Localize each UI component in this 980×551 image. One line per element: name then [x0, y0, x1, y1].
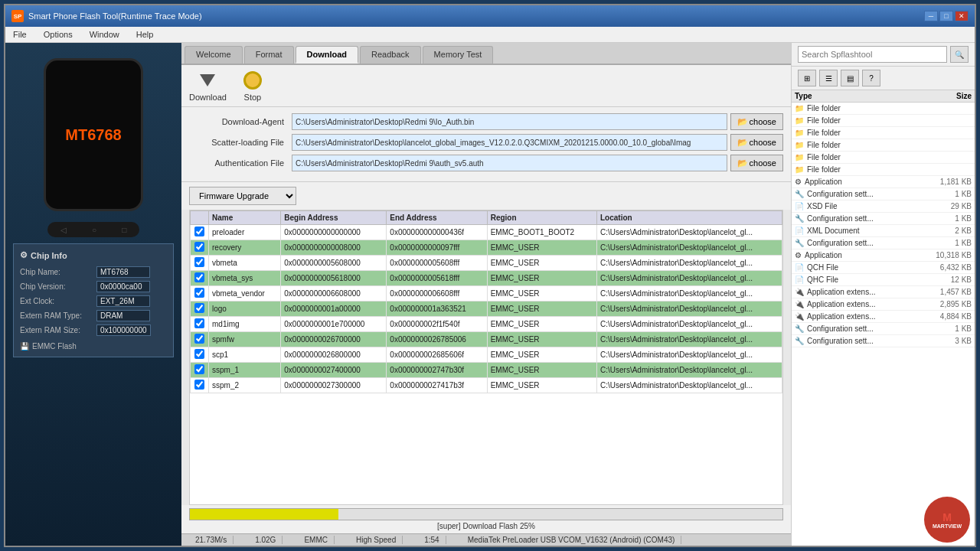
- list-item[interactable]: ⚙ Application 1,181 KB: [792, 176, 975, 188]
- list-item[interactable]: 🔧 Configuration sett... 1 KB: [792, 213, 975, 225]
- search-button[interactable]: 🔍: [950, 46, 969, 63]
- row-checkbox[interactable]: [191, 332, 209, 347]
- list-item[interactable]: 📁 File folder: [792, 115, 975, 127]
- phone-sidebar: MT6768 ◁ ○ □ ⚙ Chip Info Chip Name: MT67…: [5, 43, 181, 546]
- minimize-button[interactable]: ─: [924, 11, 938, 21]
- home-icon: ○: [92, 226, 96, 234]
- file-size: 1 KB: [918, 324, 972, 333]
- file-list-header: Type Size: [792, 90, 975, 103]
- list-item[interactable]: 📁 File folder: [792, 164, 975, 176]
- chip-name-label: Chip Name:: [20, 268, 96, 276]
- row-checkbox[interactable]: [191, 256, 209, 271]
- list-item[interactable]: 🔧 Configuration sett... 1 KB: [792, 237, 975, 249]
- file-type: QCH File: [807, 263, 918, 272]
- list-item[interactable]: 🔌 Application extens... 2,895 KB: [792, 298, 975, 311]
- download-icon: [197, 70, 218, 91]
- list-item[interactable]: 🔌 Application extens... 1,457 KB: [792, 286, 975, 298]
- choose-scatter-button[interactable]: 📂 choose: [730, 134, 783, 151]
- row-checkbox[interactable]: [191, 363, 209, 378]
- download-button[interactable]: Download: [189, 70, 227, 102]
- menu-options[interactable]: Options: [39, 28, 77, 41]
- scatter-input[interactable]: [292, 134, 727, 151]
- file-size: 1,181 KB: [918, 178, 972, 186]
- grid-view-button[interactable]: ⊞: [798, 70, 816, 86]
- row-end: 0x0000000005618fff: [387, 271, 487, 286]
- list-item[interactable]: 🔧 Configuration sett... 1 KB: [792, 188, 975, 201]
- tab-readback[interactable]: Readback: [360, 46, 421, 64]
- details-view-button[interactable]: ▤: [841, 70, 859, 86]
- menu-file[interactable]: File: [8, 28, 31, 41]
- folder-icon-2: 📂: [737, 138, 748, 148]
- row-name: sspm_1: [209, 363, 281, 378]
- firmware-dropdown[interactable]: Firmware Upgrade Firmware Upgrade Only D…: [189, 187, 296, 205]
- list-item[interactable]: 📁 File folder: [792, 152, 975, 164]
- list-item[interactable]: 🔧 Configuration sett... 1 KB: [792, 323, 975, 335]
- row-end: 0x0000000027417b3f: [387, 378, 487, 393]
- help-button[interactable]: ?: [862, 70, 880, 86]
- search-input[interactable]: [798, 46, 947, 63]
- row-checkbox[interactable]: [191, 225, 209, 240]
- row-checkbox[interactable]: [191, 240, 209, 256]
- row-checkbox[interactable]: [191, 378, 209, 393]
- download-agent-row: Download-Agent 📂 choose: [189, 113, 783, 130]
- file-table-container: Name Begin Address End Address Region Lo…: [189, 210, 783, 505]
- back-icon: ◁: [60, 226, 67, 234]
- right-toolbar: ⊞ ☰ ▤ ?: [792, 67, 975, 90]
- list-view-button[interactable]: ☰: [819, 70, 838, 86]
- row-end: 0x0000000006608fff: [387, 286, 487, 302]
- file-icon: ⚙: [795, 178, 802, 186]
- row-location: C:\Users\Administrator\Desktop\lancelot_…: [596, 256, 782, 271]
- list-item[interactable]: 📁 File folder: [792, 127, 975, 139]
- row-checkbox[interactable]: [191, 317, 209, 332]
- tab-welcome[interactable]: Welcome: [185, 46, 243, 64]
- close-button[interactable]: ✕: [955, 11, 969, 21]
- choose-agent-button[interactable]: 📂 choose: [730, 113, 783, 130]
- list-item[interactable]: 📁 File folder: [792, 139, 975, 152]
- tab-download[interactable]: Download: [296, 46, 359, 64]
- list-item[interactable]: 📄 XSD File 29 KB: [792, 201, 975, 213]
- list-item[interactable]: 📄 QCH File 6,432 KB: [792, 262, 975, 274]
- list-item[interactable]: 📁 File folder: [792, 103, 975, 115]
- menu-window[interactable]: Window: [85, 28, 124, 41]
- list-item[interactable]: 🔌 Application extens... 4,884 KB: [792, 311, 975, 323]
- row-name: logo: [209, 302, 281, 317]
- row-location: C:\Users\Administrator\Desktop\lancelot_…: [596, 378, 782, 393]
- list-item[interactable]: 📄 XML Document 2 KB: [792, 225, 975, 237]
- progress-bar-outer: [189, 508, 783, 520]
- row-end: 0x0000000026785006: [387, 332, 487, 347]
- row-region: EMMC_USER: [487, 332, 596, 347]
- download-agent-input[interactable]: [292, 113, 727, 130]
- tab-format[interactable]: Format: [244, 46, 294, 64]
- file-size: 29 KB: [918, 202, 972, 210]
- file-type: Configuration sett...: [807, 190, 918, 198]
- auth-input[interactable]: [292, 155, 727, 171]
- maximize-button[interactable]: □: [939, 11, 953, 21]
- extern-ram-size-value: 0x100000000: [96, 324, 151, 336]
- status-size: 1.02G: [249, 536, 283, 544]
- menu-help[interactable]: Help: [132, 28, 158, 41]
- table-row: preloader 0x0000000000000000 0x000000000…: [191, 225, 782, 240]
- table-row: vbmeta 0x0000000005608000 0x000000000560…: [191, 256, 782, 271]
- right-panel: 🔍 ⊞ ☰ ▤ ? Type Size 📁 File folder 📁 File…: [791, 43, 975, 546]
- stop-button[interactable]: Stop: [242, 70, 263, 102]
- row-checkbox[interactable]: [191, 286, 209, 302]
- row-name: sspm_2: [209, 378, 281, 393]
- table-row: vbmeta_sys 0x0000000005618000 0x00000000…: [191, 271, 782, 286]
- list-item[interactable]: 📄 QHC File 12 KB: [792, 274, 975, 286]
- table-row: recovery 0x0000000000008000 0x0000000000…: [191, 240, 782, 256]
- auth-row: Authentication File 📂 choose: [189, 155, 783, 171]
- list-item[interactable]: 🔧 Configuration sett... 3 KB: [792, 335, 975, 347]
- row-checkbox[interactable]: [191, 271, 209, 286]
- file-type: File folder: [807, 141, 918, 149]
- file-icon: 📄: [795, 202, 804, 210]
- tab-memory-test[interactable]: Memory Test: [423, 46, 494, 64]
- list-item[interactable]: ⚙ Application 10,318 KB: [792, 249, 975, 262]
- choose-auth-button[interactable]: 📂 choose: [730, 155, 783, 171]
- progress-area: [super] Download Flash 25%: [181, 505, 791, 533]
- extern-ram-type-value: DRAM: [96, 310, 150, 321]
- row-region: EMMC_USER: [487, 317, 596, 332]
- row-checkbox[interactable]: [191, 347, 209, 363]
- toolbar: Download Stop: [181, 65, 791, 107]
- row-checkbox[interactable]: [191, 302, 209, 317]
- table-row: scp1 0x0000000026800000 0x00000000268560…: [191, 347, 782, 363]
